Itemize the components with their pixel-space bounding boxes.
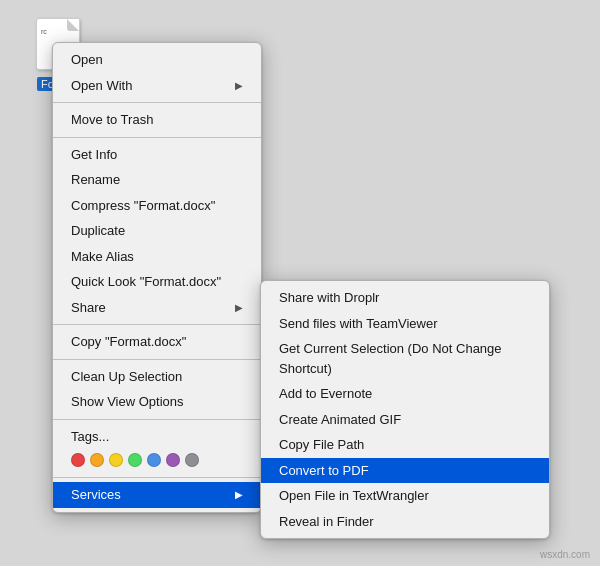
tag-blue[interactable] — [147, 453, 161, 467]
menu-item-copy-file-path[interactable]: Copy File Path — [261, 432, 549, 458]
menu-item-open-with[interactable]: Open With ▶ — [53, 73, 261, 99]
menu-item-copy[interactable]: Copy "Format.docx" — [53, 329, 261, 355]
tag-purple[interactable] — [166, 453, 180, 467]
menu-item-move-to-trash[interactable]: Move to Trash — [53, 107, 261, 133]
tag-red[interactable] — [71, 453, 85, 467]
menu-item-show-view-options[interactable]: Show View Options — [53, 389, 261, 415]
separator-6 — [53, 477, 261, 478]
menu-item-duplicate[interactable]: Duplicate — [53, 218, 261, 244]
file-icon-text: rc — [41, 27, 47, 36]
menu-item-make-alias[interactable]: Make Alias — [53, 244, 261, 270]
submenu-arrow-services: ▶ — [235, 487, 243, 502]
menu-item-get-info[interactable]: Get Info — [53, 142, 261, 168]
watermark: wsxdn.com — [540, 549, 590, 560]
menu-item-open-textwrangler[interactable]: Open File in TextWrangler — [261, 483, 549, 509]
menu-item-share[interactable]: Share ▶ — [53, 295, 261, 321]
context-menu: Open Open With ▶ Move to Trash Get Info … — [52, 42, 262, 513]
menu-item-get-current-selection[interactable]: Get Current Selection (Do Not Change Sho… — [261, 336, 549, 381]
menu-item-tags[interactable]: Tags... — [53, 424, 261, 450]
menu-item-reveal-finder[interactable]: Reveal in Finder — [261, 509, 549, 535]
menu-item-rename[interactable]: Rename — [53, 167, 261, 193]
separator-2 — [53, 137, 261, 138]
tag-orange[interactable] — [90, 453, 104, 467]
menu-item-add-evernote[interactable]: Add to Evernote — [261, 381, 549, 407]
submenu-arrow-share: ▶ — [235, 300, 243, 315]
submenu-arrow-open-with: ▶ — [235, 78, 243, 93]
desktop: rc Format. Open Open With ▶ Move to Tras… — [0, 0, 600, 566]
menu-item-convert-pdf[interactable]: Convert to PDF — [261, 458, 549, 484]
separator-3 — [53, 324, 261, 325]
menu-item-compress[interactable]: Compress "Format.docx" — [53, 193, 261, 219]
separator-4 — [53, 359, 261, 360]
menu-item-create-gif[interactable]: Create Animated GIF — [261, 407, 549, 433]
menu-item-send-teamviewer[interactable]: Send files with TeamViewer — [261, 311, 549, 337]
tag-green[interactable] — [128, 453, 142, 467]
tags-row — [53, 449, 261, 473]
tag-gray[interactable] — [185, 453, 199, 467]
menu-item-clean-up[interactable]: Clean Up Selection — [53, 364, 261, 390]
menu-item-quick-look[interactable]: Quick Look "Format.docx" — [53, 269, 261, 295]
menu-item-services[interactable]: Services ▶ — [53, 482, 261, 508]
tag-yellow[interactable] — [109, 453, 123, 467]
menu-item-open[interactable]: Open — [53, 47, 261, 73]
separator-1 — [53, 102, 261, 103]
menu-item-share-droplr[interactable]: Share with Droplr — [261, 285, 549, 311]
separator-5 — [53, 419, 261, 420]
services-submenu: Share with Droplr Send files with TeamVi… — [260, 280, 550, 539]
